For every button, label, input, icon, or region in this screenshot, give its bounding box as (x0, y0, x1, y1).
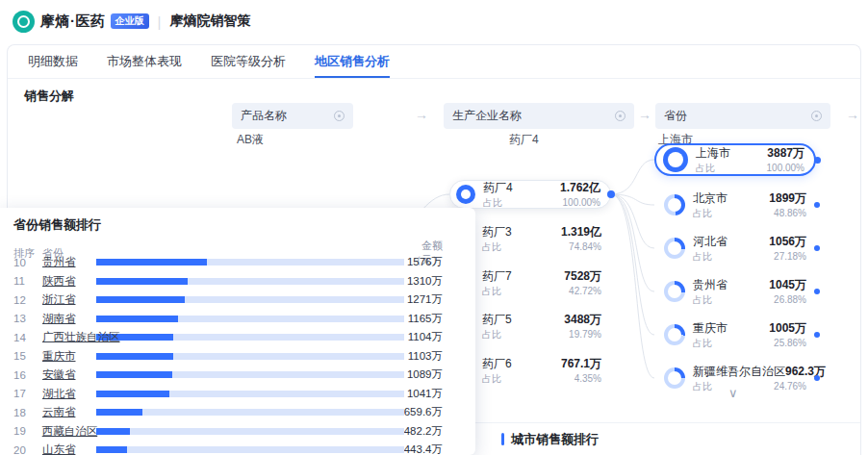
province-link[interactable]: 湖北省 (42, 387, 96, 401)
share-donut-icon (664, 367, 685, 389)
connector-dot (607, 190, 615, 198)
sales-amount: 443.4万 (404, 442, 475, 455)
share-label: 占比 (693, 337, 712, 350)
province-link[interactable]: 浙江省 (42, 292, 96, 307)
province-node[interactable]: 重庆市1005万占比25.86% (654, 318, 816, 351)
province-node[interactable]: 上海市3887万占比100.00% (654, 143, 816, 176)
ranking-row: 19西藏自治区482.2万 (0, 422, 475, 442)
province-link[interactable]: 云南省 (42, 405, 96, 419)
connector-dot (814, 157, 821, 164)
filter-clear-icon[interactable] (615, 111, 625, 121)
filter-box[interactable]: 生产企业名称 (444, 103, 634, 129)
sales-bar (96, 391, 404, 397)
province-ranking-panel: 省份销售额排行 排序 省份 金额（元） 10贵州省1576万11陕西省1310万… (0, 208, 475, 455)
sales-bar-fill (96, 259, 207, 265)
province-link[interactable]: 山东省 (42, 442, 96, 455)
province-link[interactable]: 湖南省 (42, 312, 96, 326)
filter-selected-value: 药厂4 (509, 132, 539, 148)
province-node[interactable]: 河北省1056万占比27.18% (654, 232, 816, 265)
header-separator: | (158, 13, 162, 30)
sales-bar (96, 259, 404, 265)
province-link[interactable]: 陕西省 (42, 274, 96, 289)
node-name: 上海市 (696, 145, 730, 162)
province-link[interactable]: 贵州省 (42, 255, 96, 269)
province-node[interactable]: 贵州省1045万占比26.88% (654, 275, 816, 308)
share-value: 26.88% (774, 294, 806, 305)
province-link[interactable]: 安徽省 (42, 367, 96, 382)
share-label: 占比 (482, 372, 501, 386)
sales-bar (96, 371, 404, 378)
node-name: 重庆市 (693, 320, 728, 337)
nav-tab[interactable]: 地区销售分析 (315, 45, 390, 78)
filter-clear-icon[interactable] (811, 111, 822, 121)
node-amount: 7528万 (564, 268, 601, 285)
share-value: 100.00% (767, 163, 804, 173)
sales-amount: 482.2万 (404, 424, 475, 439)
node-name: 药厂6 (482, 356, 512, 372)
share-value: 100.00% (563, 197, 600, 208)
ranking-row: 13湖南省1165万 (0, 310, 475, 329)
rank-number: 17 (13, 388, 42, 399)
sales-amount: 1041万 (404, 387, 475, 401)
sales-bar-fill (96, 296, 185, 303)
filter-clear-icon[interactable] (334, 111, 345, 121)
sales-amount: 1310万 (404, 274, 475, 289)
node-name: 药厂5 (482, 312, 512, 328)
sales-bar (96, 353, 404, 360)
node-name: 河北省 (693, 234, 728, 250)
nav-tab[interactable]: 市场整体表现 (107, 45, 182, 78)
node-amount: 1899万 (769, 190, 806, 207)
rank-number: 11 (13, 275, 42, 287)
rank-number: 20 (13, 444, 42, 455)
connector-dot (814, 332, 820, 338)
share-donut-icon (664, 194, 685, 215)
province-link[interactable]: 广西壮族自治区 (42, 330, 96, 344)
rank-number: 19 (13, 425, 42, 437)
share-value: 42.72% (569, 286, 601, 296)
connector-dot (814, 289, 820, 294)
sales-amount: 1089万 (404, 367, 475, 382)
share-donut-icon (664, 281, 685, 302)
province-link[interactable]: 重庆市 (42, 349, 96, 364)
share-label: 占比 (696, 162, 715, 175)
share-value: 25.86% (774, 338, 806, 348)
sales-bar-fill (96, 278, 188, 285)
province-node[interactable]: 新疆维吾尔自治区962.3万占比24.76% (654, 362, 816, 394)
node-name: 贵州省 (693, 277, 728, 293)
share-value: 24.76% (774, 381, 806, 392)
share-label: 占比 (482, 328, 501, 341)
share-label: 占比 (482, 240, 501, 254)
filter-box[interactable]: 产品名称 (232, 103, 353, 129)
connector-dot (814, 245, 820, 251)
nav-tab[interactable]: 明细数据 (28, 45, 78, 78)
node-name: 药厂4 (483, 180, 513, 196)
product-title: 摩熵院销智策 (169, 13, 250, 30)
sales-amount: 1104万 (404, 330, 475, 344)
filter-label: 产品名称 (241, 108, 287, 124)
ranking-row: 17湖北省1041万 (0, 385, 475, 404)
sales-amount: 1576万 (404, 255, 475, 269)
brand-logo-icon (13, 11, 35, 33)
manufacturer-node[interactable]: 药厂41.762亿占比100.00% (449, 180, 611, 209)
node-amount: 1.762亿 (560, 180, 600, 196)
app-header: 摩熵·医药 企业版 | 摩熵院销智策 (0, 0, 868, 42)
sales-bar (96, 278, 404, 285)
city-section-accent (501, 433, 504, 445)
brand-name: 摩熵·医药 (40, 13, 106, 31)
section-title: 销售分解 (24, 88, 74, 105)
flow-arrow-icon: → (415, 107, 428, 122)
connector-dot (814, 375, 820, 381)
rank-number: 10 (13, 257, 42, 268)
nav-tab[interactable]: 医院等级分析 (211, 45, 286, 78)
filter-box[interactable]: 省份 (655, 103, 830, 129)
province-node[interactable]: 北京市1899万占比48.86% (654, 189, 816, 221)
node-amount: 1045万 (769, 277, 806, 293)
sales-bar (96, 409, 404, 416)
node-amount: 1005万 (769, 320, 806, 337)
flow-arrow-icon: → (846, 107, 859, 122)
sales-bar (96, 446, 404, 453)
province-link[interactable]: 西藏自治区 (42, 424, 96, 439)
share-label: 占比 (693, 207, 712, 220)
node-amount: 1056万 (769, 234, 806, 250)
sales-amount: 1165万 (404, 312, 475, 326)
